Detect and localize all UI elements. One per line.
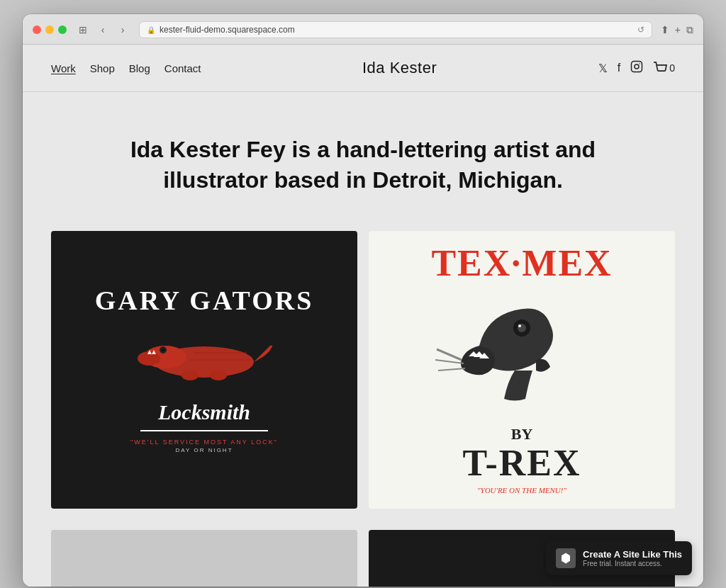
traffic-lights (33, 26, 67, 34)
svg-line-22 (438, 368, 465, 371)
portfolio-item-gary-gators[interactable]: GARY GATORS (51, 231, 357, 509)
badge-subtitle: Free trial. Instant access. (583, 560, 682, 567)
gary-day: DAY OR NIGHT (175, 447, 233, 453)
cart-icon[interactable]: 0 (653, 62, 675, 74)
twitter-icon[interactable]: 𝕏 (598, 62, 608, 75)
cart-count: 0 (669, 62, 675, 74)
instagram-icon[interactable] (630, 60, 643, 76)
gator-illustration (133, 320, 275, 390)
nav-shop[interactable]: Shop (90, 62, 115, 74)
share-icon[interactable]: ⬆ (661, 24, 669, 35)
trex-illustration (423, 282, 621, 424)
svg-line-21 (435, 360, 464, 363)
svg-rect-0 (632, 62, 642, 72)
tex-mex-quote: "YOU'RE ON THE MENU!" (477, 486, 566, 494)
url-text: kester-fluid-demo.squarespace.com (160, 25, 295, 35)
hero-section: Ida Kester Fey is a hand-lettering artis… (23, 92, 703, 231)
browser-chrome: ⊞ ‹ › 🔒 kester-fluid-demo.squarespace.co… (23, 14, 703, 45)
window-icon[interactable]: ⊞ (75, 22, 91, 38)
preview-strip-left (51, 530, 357, 587)
tex-mex-by: BY (511, 425, 533, 443)
reload-button[interactable]: ↺ (637, 25, 644, 35)
nav-work[interactable]: Work (51, 62, 76, 74)
svg-point-11 (210, 371, 227, 380)
browser-actions: ⬆ + ⧉ (661, 24, 693, 36)
facebook-icon[interactable]: f (618, 62, 620, 74)
svg-point-7 (162, 349, 164, 351)
tabs-icon[interactable]: ⧉ (686, 24, 693, 36)
minimize-button[interactable] (45, 26, 54, 34)
hero-text: Ida Kester Fey is a hand-lettering artis… (122, 135, 604, 196)
gary-underline (140, 430, 268, 431)
new-tab-icon[interactable]: + (675, 24, 681, 35)
address-bar[interactable]: 🔒 kester-fluid-demo.squarespace.com ↺ (139, 21, 652, 38)
close-button[interactable] (33, 26, 41, 34)
squarespace-logo (556, 548, 576, 568)
browser-controls: ⊞ ‹ › (75, 22, 130, 38)
maximize-button[interactable] (58, 26, 67, 34)
gary-quote: "WE'LL SERVICE MOST ANY LOCK" (130, 439, 278, 446)
tex-mex-title: TEX·MEX (431, 245, 612, 282)
site-content: Work Shop Blog Contact Ida Kester 𝕏 f (23, 45, 703, 587)
site-title: Ida Kester (201, 59, 598, 77)
svg-point-2 (640, 63, 641, 64)
portfolio-item-tex-mex[interactable]: TEX·MEX (369, 231, 675, 509)
svg-point-16 (518, 324, 521, 327)
gary-title: GARY GATORS (95, 287, 314, 314)
lock-icon: 🔒 (147, 26, 155, 34)
site-nav: Work Shop Blog Contact Ida Kester 𝕏 f (23, 45, 703, 92)
badge-title: Create A Site Like This (583, 549, 682, 560)
squarespace-badge[interactable]: Create A Site Like This Free trial. Inst… (546, 541, 692, 575)
nav-blog[interactable]: Blog (129, 62, 150, 74)
forward-button[interactable]: › (115, 22, 130, 38)
squarespace-text: Create A Site Like This Free trial. Inst… (583, 549, 682, 567)
svg-point-1 (635, 64, 639, 69)
portfolio-grid: GARY GATORS (23, 231, 703, 530)
back-button[interactable]: ‹ (95, 22, 111, 38)
nav-social: 𝕏 f 0 (598, 60, 675, 76)
svg-line-20 (437, 349, 462, 360)
nav-links: Work Shop Blog Contact (51, 62, 201, 74)
nav-contact[interactable]: Contact (164, 62, 201, 74)
gary-locksmith: Locksmith (158, 400, 250, 424)
svg-point-10 (182, 371, 199, 380)
tex-mex-sub: T-REX (462, 445, 581, 482)
browser-window: ⊞ ‹ › 🔒 kester-fluid-demo.squarespace.co… (23, 14, 703, 587)
